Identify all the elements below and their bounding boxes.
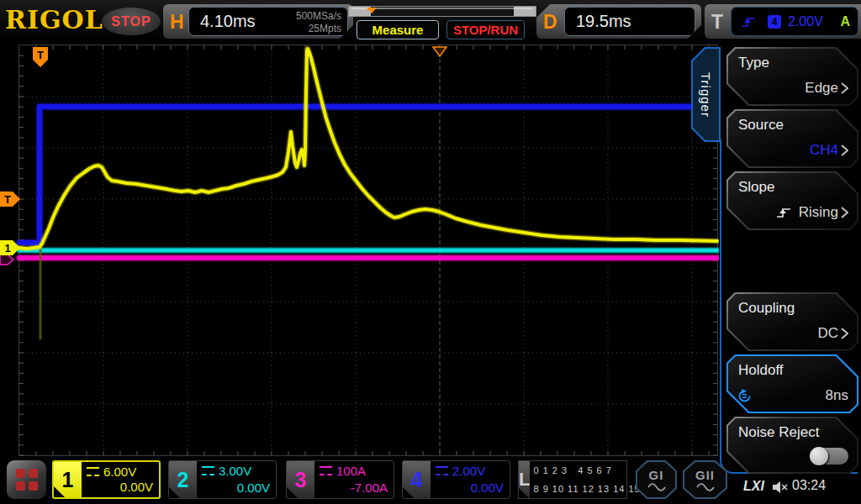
menu-item-holdoff[interactable]: Holdoff 8ns bbox=[726, 354, 858, 413]
svg-text:T: T bbox=[4, 193, 11, 206]
channel-3-offset: -7.00A bbox=[320, 480, 388, 495]
delay-label: D bbox=[543, 11, 557, 34]
trigger-status-label: T bbox=[711, 11, 723, 34]
trigger-status-box: 4 2.00V A bbox=[731, 7, 858, 36]
noise-reject-label: Noise Reject bbox=[738, 424, 819, 441]
channel-4-block[interactable]: 4 2.00V 0.00V bbox=[402, 460, 510, 499]
delay-value-box: 19.5ms bbox=[564, 7, 695, 36]
holdoff-dial-icon bbox=[737, 388, 753, 404]
svg-text:1: 1 bbox=[4, 242, 10, 255]
sine-wave-icon bbox=[696, 483, 715, 491]
chevron-right-icon bbox=[841, 144, 848, 156]
coupling-value: DC bbox=[817, 325, 838, 342]
dc-coupling-icon bbox=[320, 466, 332, 475]
coupling-label: Coupling bbox=[738, 300, 795, 317]
channel-3-block[interactable]: 3 100A -7.00A bbox=[286, 460, 394, 499]
top-status-bar: RIGOL STOP H 4.10ms 500MSa/s 25Mpts Meas… bbox=[0, 0, 861, 42]
run-state-badge: STOP bbox=[102, 8, 161, 35]
channel-2-scale: 3.00V bbox=[219, 464, 251, 478]
channel-1-offset: 0.00V bbox=[87, 480, 153, 494]
menu-item-source[interactable]: Source CH4 bbox=[726, 109, 858, 168]
logic-channels-row1: 0 1 2 3 4 5 6 7 bbox=[533, 465, 640, 475]
generator-1-label: GI bbox=[649, 468, 664, 482]
type-label: Type bbox=[738, 55, 769, 71]
trigger-mode-flag: A bbox=[840, 14, 850, 29]
menu-item-type[interactable]: Type Edge bbox=[726, 47, 858, 106]
type-value: Edge bbox=[805, 80, 838, 97]
delay-group[interactable]: D 19.5ms bbox=[536, 4, 701, 39]
rising-edge-icon bbox=[774, 206, 793, 219]
slope-label: Slope bbox=[738, 179, 774, 196]
logic-analyzer-tab[interactable]: L bbox=[519, 461, 530, 498]
chevron-right-icon bbox=[841, 82, 848, 94]
menu-item-slope[interactable]: Slope Rising bbox=[726, 171, 858, 230]
chevron-right-icon bbox=[841, 207, 848, 218]
generator-1-button[interactable]: GI bbox=[636, 460, 677, 499]
chevron-right-icon bbox=[841, 328, 848, 339]
clock-display: 03:24 bbox=[792, 478, 826, 493]
channel-2-block[interactable]: 2 3.00V 0.00V bbox=[168, 460, 277, 499]
horizontal-scale-value: 4.10ms bbox=[189, 12, 256, 31]
source-label: Source bbox=[738, 117, 784, 134]
generator-2-label: GII bbox=[695, 468, 715, 482]
horizontal-scale-box: 4.10ms 500MSa/s 25Mpts bbox=[188, 7, 348, 36]
menu-item-noise-reject[interactable]: Noise Reject bbox=[726, 417, 858, 474]
source-value: CH4 bbox=[810, 142, 838, 159]
delay-value: 19.5ms bbox=[565, 12, 631, 31]
logic-analyzer-block[interactable]: L 0 1 2 3 4 5 6 7 8 9 10 11 12 13 14 15 bbox=[518, 460, 627, 499]
generator-2-button[interactable]: GII bbox=[683, 460, 727, 499]
rising-edge-icon bbox=[740, 15, 757, 29]
memory-bar-frame bbox=[349, 7, 536, 17]
holdoff-label: Holdoff bbox=[738, 362, 784, 379]
rigol-logo: RIGOL bbox=[5, 5, 103, 34]
slope-value: Rising bbox=[799, 204, 838, 221]
trigger-menu-tab[interactable]: Trigger bbox=[691, 47, 721, 142]
lxi-status-label: LXI bbox=[743, 479, 764, 494]
menu-item-coupling[interactable]: Coupling DC bbox=[726, 292, 858, 351]
acquisition-info: 500MSa/s 25Mpts bbox=[296, 10, 341, 35]
sample-rate: 500MSa/s bbox=[296, 10, 341, 23]
noise-reject-toggle[interactable] bbox=[810, 448, 848, 465]
logic-channels-row2: 8 9 10 11 12 13 14 15 bbox=[533, 484, 640, 494]
waveform-display: TT1 bbox=[0, 42, 719, 458]
stop-run-button[interactable]: STOP/RUN bbox=[446, 20, 525, 39]
oscilloscope-screen: RIGOL STOP H 4.10ms 500MSa/s 25Mpts Meas… bbox=[0, 0, 861, 504]
horizontal-label: H bbox=[170, 11, 184, 34]
toggle-knob bbox=[810, 447, 828, 465]
sound-muted-icon bbox=[772, 480, 789, 494]
channel-4-tab[interactable]: 4 bbox=[403, 461, 430, 498]
trigger-source-badge: 4 bbox=[768, 15, 781, 29]
sine-wave-icon bbox=[647, 483, 666, 491]
main-menu-button[interactable] bbox=[7, 460, 46, 499]
memory-depth: 25Mpts bbox=[296, 23, 341, 35]
memory-position-bar[interactable] bbox=[348, 6, 536, 17]
channel-3-tab[interactable]: 3 bbox=[287, 461, 314, 498]
svg-text:T: T bbox=[37, 49, 44, 61]
channel-1-block[interactable]: 1 6.00V 0.00V bbox=[52, 460, 161, 499]
horizontal-group[interactable]: H 4.10ms 500MSa/s 25Mpts bbox=[163, 4, 353, 39]
trigger-status-group[interactable]: T 4 2.00V A bbox=[705, 4, 861, 39]
trigger-tab-label: Trigger bbox=[699, 72, 713, 118]
menu-grid-icon bbox=[16, 469, 38, 491]
channel-3-scale: 100A bbox=[336, 464, 366, 478]
dc-coupling-icon bbox=[87, 467, 99, 476]
channel-2-tab[interactable]: 2 bbox=[169, 461, 197, 498]
channel-4-offset: 0.00V bbox=[436, 480, 504, 495]
channel-1-tab[interactable]: 1 bbox=[54, 462, 82, 497]
channel-1-scale: 6.00V bbox=[103, 465, 136, 479]
channel-2-offset: 0.00V bbox=[202, 480, 270, 495]
dc-coupling-icon bbox=[202, 466, 214, 475]
channel-4-scale: 2.00V bbox=[452, 464, 485, 478]
holdoff-value: 8ns bbox=[826, 387, 848, 404]
trigger-level-value: 2.00V bbox=[788, 14, 823, 29]
dc-coupling-icon bbox=[436, 466, 448, 475]
measure-button[interactable]: Measure bbox=[357, 20, 439, 39]
